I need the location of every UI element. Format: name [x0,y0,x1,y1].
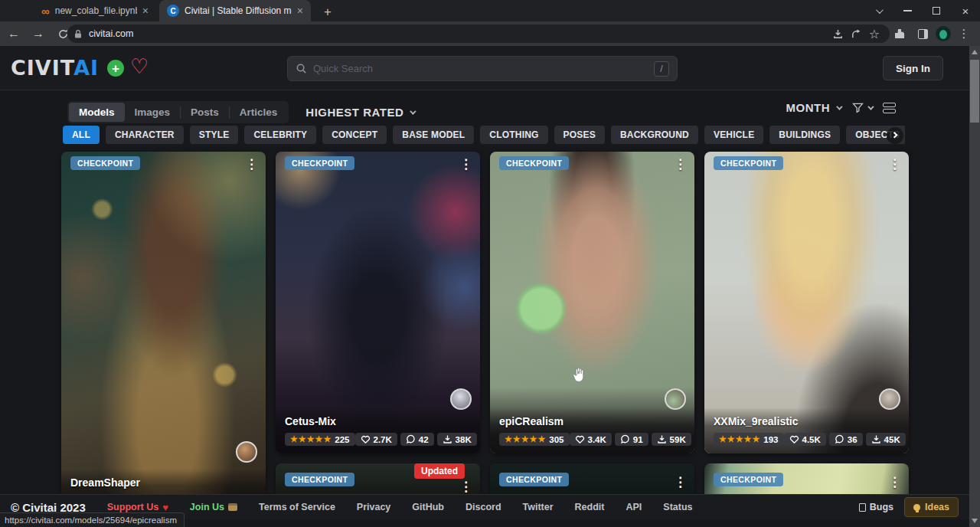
search-bar[interactable]: / [287,56,678,81]
star-rating-icon: ★★★★★ [505,434,546,444]
tab-images[interactable]: Images [125,103,181,122]
download-icon [443,434,452,444]
close-tab-icon[interactable]: × [142,5,149,16]
footer-link-privacy[interactable]: Privacy [357,502,390,512]
downloads-count: 38K [456,435,472,444]
category-chip-buildings[interactable]: BUILDINGS [769,126,840,144]
model-card-dreamshaper[interactable]: CHECKPOINT ⋮ DreamShaper [61,152,266,494]
url-text[interactable]: civitai.com [89,28,828,39]
maximize-button[interactable] [922,0,951,21]
category-chip-style[interactable]: STYLE [190,126,239,144]
card-menu-icon[interactable]: ⋮ [888,474,901,490]
search-input[interactable] [313,63,654,74]
model-card-cetus-mix[interactable]: CHECKPOINT ⋮ Cetus-Mix ★★★★★ 225 2.7K [276,152,480,453]
minimize-button[interactable] [893,0,922,21]
layout-toggle-icon[interactable] [883,103,896,113]
footer-link-github[interactable]: GitHub [412,502,444,512]
footer-link-join-us[interactable]: Join Us [190,502,237,512]
period-dropdown[interactable]: MONTH [786,101,841,114]
lightbulb-icon [913,504,920,511]
creator-avatar[interactable] [236,441,257,463]
browser-tab-colab[interactable]: ∞ new_colab_file.ipynb - Colaborat × [34,0,156,21]
card-menu-icon[interactable]: ⋮ [459,479,472,494]
category-chip-base-model[interactable]: BASE MODEL [393,126,474,144]
footer-link-terms[interactable]: Terms of Service [259,502,335,512]
content-nav: Models Images Posts Articles HIGHEST RAT… [67,101,414,123]
address-bar[interactable]: civitai.com ☆ [67,25,890,43]
tab-models[interactable]: Models [69,103,125,122]
category-chip-vehicle[interactable]: VEHICLE [704,126,763,144]
model-name: epiCRealism [499,415,685,427]
extensions-icon[interactable] [890,24,910,44]
forward-button[interactable]: → [28,23,49,44]
scroll-down-arrow[interactable] [972,519,978,523]
side-panel-icon[interactable] [913,24,933,44]
footer-link-twitter[interactable]: Twitter [523,502,554,512]
download-icon [657,434,667,444]
share-icon[interactable] [847,25,865,42]
copyright-text: © Civitai 2023 [11,501,86,514]
page-scrollbar[interactable] [969,46,980,527]
heart-icon [575,434,585,444]
model-card-xxmix-9realistic[interactable]: CHECKPOINT ⋮ XXMix_9realistic ★★★★★ 193 … [704,152,909,453]
scroll-up-arrow[interactable] [972,50,978,54]
creator-avatar[interactable] [450,388,472,410]
lock-icon [74,29,83,39]
download-page-icon[interactable] [828,25,847,42]
category-chip-character[interactable]: CHARACTER [106,126,184,144]
status-bar: https://civitai.com/models/25694/epicrea… [0,512,185,527]
chrome-dropdown-icon[interactable] [864,0,893,21]
category-chip-concept[interactable]: CONCEPT [322,126,387,144]
card-menu-icon[interactable]: ⋮ [245,156,258,172]
sign-in-button[interactable]: Sign In [883,56,943,80]
toolbar-actions: ⋮ [890,24,974,44]
close-window-button[interactable]: × [951,0,980,21]
scrollbar-thumb[interactable] [970,60,979,123]
footer-link-discord[interactable]: Discord [466,502,501,512]
browser-toolbar: ← → civitai.com ☆ ⋮ [0,21,980,46]
categories-scroll-right-button[interactable] [887,127,903,144]
card-menu-icon[interactable]: ⋮ [888,156,901,172]
rating-pill: ★★★★★ 225 [285,433,355,446]
logo-ai-text: AI [74,56,99,80]
footer-link-label: Join Us [190,502,224,512]
card-menu-icon[interactable]: ⋮ [459,156,472,172]
browser-tab-civitai[interactable]: C Civitai | Stable Diffusion models, × [159,0,311,21]
filter-dropdown[interactable] [851,101,872,114]
footer-link-support-us[interactable]: Support Us ♥ [107,502,168,513]
heart-support-icon[interactable]: ♡ [130,54,149,79]
model-type-badge: CHECKPOINT [285,473,354,486]
category-chip-all[interactable]: ALL [63,126,100,144]
sort-dropdown[interactable]: HIGHEST RATED [305,106,414,119]
footer-link-status[interactable]: Status [663,502,692,512]
creator-avatar[interactable] [665,388,686,410]
back-button[interactable]: ← [3,23,24,44]
category-chip-background[interactable]: BACKGROUND [611,126,698,144]
card-menu-icon[interactable]: ⋮ [674,474,687,490]
model-card-epicrealism[interactable]: CHECKPOINT ⋮ epiCRealism ★★★★★ 305 3.4K [490,152,694,453]
upload-plus-button[interactable]: + [107,60,124,77]
card-menu-icon[interactable]: ⋮ [674,156,687,172]
chrome-profile-avatar[interactable] [936,26,951,41]
new-tab-button[interactable]: + [318,3,337,21]
category-chip-poses[interactable]: POSES [554,126,605,144]
tab-articles[interactable]: Articles [230,103,288,122]
likes-count: 2.7K [374,435,392,444]
creator-avatar[interactable] [879,388,900,410]
category-chip-celebrity[interactable]: CELEBRITY [244,126,316,144]
close-tab-icon[interactable]: × [297,5,303,16]
bookmark-star-icon[interactable]: ☆ [865,25,884,42]
footer-link-reddit[interactable]: Reddit [575,502,605,512]
ideas-button[interactable]: Ideas [904,497,959,517]
model-card-partial[interactable]: CHECKPOINT ⋮ [704,463,909,494]
tab-posts[interactable]: Posts [181,103,229,122]
model-card-partial[interactable]: CHECKPOINT Updated ⋮ [276,463,480,494]
chevron-down-icon [867,103,874,110]
sort-label-text: HIGHEST RATED [305,106,403,119]
chrome-menu-icon[interactable]: ⋮ [954,24,974,44]
footer-link-api[interactable]: API [626,502,642,512]
model-card-partial[interactable]: CHECKPOINT ⋮ [490,463,694,494]
category-chip-clothing[interactable]: CLOTHING [480,126,547,144]
bugs-link[interactable]: Bugs [859,502,893,512]
civitai-logo[interactable]: CIVITAI [11,56,99,80]
